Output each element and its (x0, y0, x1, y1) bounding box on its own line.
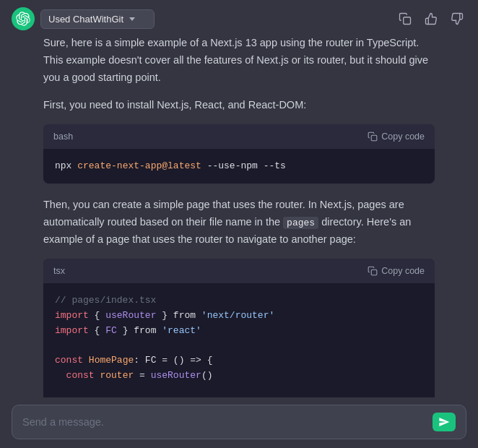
logo-area: Used ChatWithGit (12, 7, 155, 30)
tsx-line-7 (55, 384, 423, 397)
chevron-down-icon (129, 17, 135, 21)
svg-rect-0 (404, 17, 411, 25)
copy-action-button[interactable] (396, 9, 414, 28)
thumbup-icon (425, 12, 438, 25)
svg-rect-2 (371, 270, 377, 276)
bottom-bar (0, 397, 478, 448)
top-bar: Used ChatWithGit (0, 0, 478, 35)
tsx-line-1: // pages/index.tsx (55, 293, 423, 309)
tsx-lang-label: tsx (53, 264, 65, 278)
thumbdown-icon (451, 12, 464, 25)
tsx-code-block: tsx Copy code // pages/index.tsx import … (43, 259, 435, 397)
copy-tsx-label: Copy code (381, 266, 425, 276)
bash-code-block: bash Copy code npx create-next-app@lates… (43, 124, 435, 184)
intro-paragraph: Sure, here is a simple example of a Next… (43, 35, 435, 87)
model-dropdown-button[interactable]: Used ChatWithGit (40, 9, 155, 29)
pages-inline-code: pages (283, 217, 318, 229)
copy-tsx-icon (368, 266, 378, 276)
bash-code-body: npx create-next-app@latest --use-npm --t… (43, 149, 435, 184)
copy-bash-button[interactable]: Copy code (368, 132, 425, 142)
tsx-line-3: import { FC } from 'react' (55, 324, 423, 339)
main-content: Sure, here is a simple example of a Next… (0, 35, 478, 397)
copy-bash-label: Copy code (381, 132, 425, 142)
tsx-line-2: import { useRouter } from 'next/router' (55, 309, 423, 324)
svg-rect-1 (371, 135, 377, 141)
tsx-line-4 (55, 339, 423, 354)
chatgpt-logo (12, 7, 35, 30)
message-input[interactable] (22, 416, 433, 428)
tsx-line-6: const router = useRouter() (55, 369, 423, 384)
send-icon (438, 416, 450, 428)
tsx-code-area: tsx Copy code // pages/index.tsx import … (43, 259, 435, 397)
bash-code-header: bash Copy code (43, 124, 435, 149)
bash-code-line: npx create-next-app@latest --use-npm --t… (55, 159, 423, 174)
tsx-line-5: const HomePage: FC = () => { (55, 353, 423, 369)
router-paragraph: Then, you can create a simple page that … (43, 197, 435, 249)
thumbdown-button[interactable] (448, 9, 466, 28)
copy-tsx-button[interactable]: Copy code (368, 266, 425, 276)
copy-icon (399, 12, 412, 25)
thumbup-button[interactable] (422, 9, 440, 28)
bash-lang-label: bash (53, 129, 73, 144)
tsx-code-body: // pages/index.tsx import { useRouter } … (43, 283, 435, 397)
copy-bash-icon (368, 132, 378, 142)
send-button[interactable] (433, 413, 456, 431)
model-label: Used ChatWithGit (48, 14, 123, 25)
input-wrapper (12, 405, 466, 439)
top-actions (396, 9, 466, 28)
install-intro: First, you need to install Next.js, Reac… (43, 97, 435, 114)
tsx-code-header: tsx Copy code (43, 259, 435, 283)
